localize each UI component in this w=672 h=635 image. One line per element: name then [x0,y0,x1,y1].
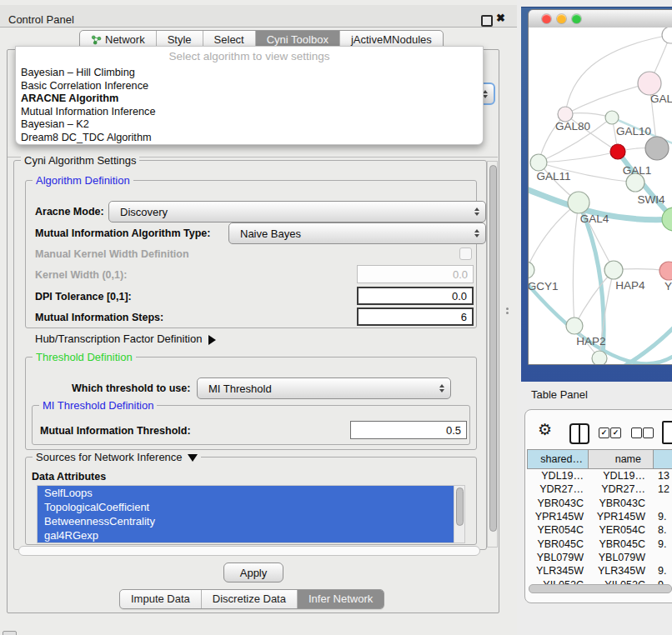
network-edge[interactable] [618,152,672,219]
minimize-window-icon[interactable] [557,14,566,23]
dropdown-option-basic-correlation-inference[interactable]: Basic Correlation Inference [17,80,482,93]
table-cell: YBL079W [527,552,589,563]
dropdown-option-bayesian-hill-climbing[interactable]: Bayesian – Hill Climbing [17,67,482,80]
dropdown-option-mutual-information-inference[interactable]: Mutual Information Inference [17,106,482,119]
network-icon [91,35,102,45]
attributes-scrollbar-thumb[interactable] [456,488,464,526]
which-threshold-label: Which threshold to use: [72,382,190,394]
network-node-label-swi4: SWI4 [637,193,664,206]
network-graph: GALGAL80GAL10GAL1GAL11SWI4GAL4GCY1HAP4YH… [529,28,672,365]
network-node-label-y: Y [664,280,672,292]
table-panel-title: Table Panel [531,388,588,401]
network-node-gal[interactable] [638,72,661,95]
table-horizontal-scrollbar[interactable] [529,584,672,593]
tab-impute-data[interactable]: Impute Data [120,590,201,608]
attribute-item-betweennesscentrality[interactable]: BetweennessCentrality [38,514,454,528]
dropdown-option-bayesian-k2[interactable]: Bayesian – K2 [17,118,482,132]
tab-discretize-data[interactable]: Discretize Data [201,590,297,608]
settings-horizontal-scrollbar[interactable] [18,546,480,556]
network-node-gcy1[interactable] [529,262,534,278]
manual-kernel-width-label: Manual Kernel Width Definition [35,248,189,260]
network-node-y[interactable] [659,262,672,280]
attribute-item-topologicalcoefficient[interactable]: TopologicalCoefficient [38,500,454,514]
table-row[interactable]: YBR043CYBR043C [527,497,672,510]
sources-group-title[interactable]: Sources for Network Inference [33,451,201,463]
manual-kernel-width-checkbox[interactable] [459,248,472,260]
table-row[interactable]: YBL079WYBL079W [527,551,672,564]
table-cell: YER054C [527,524,589,536]
table-row[interactable]: YER054CYER054C8. [527,523,672,537]
network-node-gal10[interactable] [605,111,619,124]
zoom-window-icon[interactable] [572,14,581,23]
table-cell: 13 [654,470,669,482]
network-node[interactable] [592,351,607,365]
dpi-tolerance-field[interactable]: 0.0 [357,287,474,305]
data-attributes-label: Data Attributes [32,471,106,482]
which-threshold-combobox[interactable]: MI Threshold [197,378,451,399]
attributes-vertical-scrollbar[interactable] [454,486,464,542]
settings-vertical-scrollbar[interactable] [487,161,498,548]
control-panel-title: Control Panel [8,13,74,26]
table-row[interactable]: YDR27…YDR27…12 [527,482,672,496]
dropdown-option-dream8-dc-tdc-algorithm[interactable]: Dream8 DC_TDC Algorithm [17,132,482,145]
dropdown-option-aracne-algorithm[interactable]: ARACNE Algorithm [17,92,482,106]
deselect-all-checkbox-icon[interactable] [631,428,642,438]
table-row[interactable]: YDL19…YDL19…13 [527,469,672,482]
kernel-width-label: Kernel Width (0,1): [35,269,127,281]
network-node-hap2[interactable] [566,318,583,334]
kernel-width-field[interactable]: 0.0 [357,265,474,283]
kernel-width-value: 0.0 [453,268,468,281]
float-panel-icon[interactable] [481,15,493,27]
network-edge[interactable] [529,202,579,270]
combo-arrows-icon [474,208,479,216]
table-cell: 9. [654,511,666,522]
deselect-all-checkbox-icon-2[interactable] [643,428,654,438]
attribute-item-gal4rgexp[interactable]: gal4RGexp [38,528,454,542]
tab-infer-network[interactable]: Infer Network [297,590,384,608]
close-window-icon[interactable] [542,14,551,23]
mi-threshold-field[interactable]: 0.5 [350,421,467,439]
table-cell: YPR145W [527,511,589,522]
table-cell: 9. [654,565,666,577]
column-header-name[interactable]: name [589,449,654,469]
algorithm-dropdown-popup: Select algorithm to view settings Bayesi… [15,46,484,145]
algorithm-dropdown-placeholder: Select algorithm to view settings [16,50,483,62]
network-node-label-gal80: GAL80 [555,120,590,132]
network-node-label-gal11: GAL11 [536,170,570,182]
table-cell: YBR045C [527,538,589,550]
mi-steps-field[interactable]: 6 [357,308,474,326]
network-node-gal1[interactable] [610,144,625,159]
network-node-label-gal4: GAL4 [580,212,609,225]
network-edge[interactable] [573,202,579,326]
hub-transcription-factor-expander[interactable]: Hub/Transcription Factor Definition [35,332,216,345]
table-row[interactable]: YBR045CYBR045C9. [527,537,672,550]
network-window-titlebar[interactable] [529,10,672,28]
mi-algorithm-type-combobox[interactable]: Naive Bayes [228,222,486,244]
network-node[interactable] [645,137,669,160]
network-canvas[interactable]: GALGAL80GAL10GAL1GAL11SWI4GAL4GCY1HAP4YH… [529,28,672,365]
table-row[interactable]: YPR145WYPR145W9. [527,510,672,523]
column-header-shared…[interactable]: shared… [527,449,589,469]
network-node-gal4[interactable] [568,192,589,213]
network-node[interactable] [662,28,672,43]
table-cell: YBR045C [589,538,654,550]
threshold-definition-title: Threshold Definition [33,351,136,363]
table-row[interactable]: YLR345WYLR345W9. [527,564,672,578]
table-settings-gear-icon[interactable]: ⚙ [538,422,552,438]
aracne-mode-value: Discovery [120,206,168,218]
network-window: GALGAL80GAL10GAL1GAL11SWI4GAL4GCY1HAP4YH… [528,9,672,365]
select-all-checkbox-icon[interactable]: ✓ [599,428,609,438]
splitter-grip[interactable] [506,308,509,314]
network-edge[interactable] [565,83,649,114]
aracne-mode-combobox[interactable]: Discovery [108,201,486,222]
network-node-hap4[interactable] [604,261,623,279]
network-node-gal11[interactable] [530,154,547,171]
column-header-clipped[interactable] [654,449,672,469]
export-file-icon[interactable] [662,421,672,444]
close-panel-icon[interactable]: ✖ [496,12,505,24]
apply-button[interactable]: Apply [223,562,283,582]
split-columns-icon[interactable] [569,423,589,444]
attribute-item-selfloops[interactable]: SelfLoops [38,486,454,500]
select-all-checkbox-icon-2[interactable]: ✓ [610,428,621,438]
settings-scrollbar-thumb[interactable] [489,165,497,532]
